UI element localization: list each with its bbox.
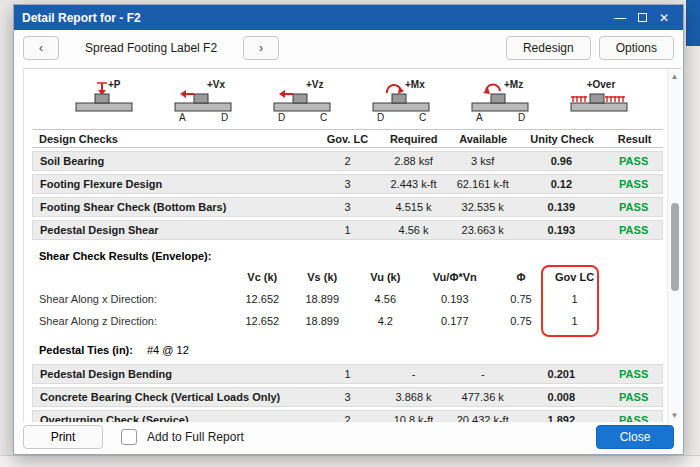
scrollbar-track[interactable] [668,83,681,408]
add-to-report-checkbox[interactable] [121,429,137,445]
scroll-down-icon[interactable]: ▼ [671,408,679,422]
report-panel: +P +Vx A D [23,68,681,422]
gov-lc: 1 [316,368,379,380]
close-icon: ✕ [659,11,669,25]
phi-value: 0.75 [493,293,550,305]
column-header: Vc (k) [234,271,291,283]
close-button-titlebar[interactable]: ✕ [653,9,675,27]
diagram-moment-x: +Mx D C [359,79,447,123]
vs-value: 18.899 [291,315,354,327]
vertical-scrollbar[interactable]: ▲ ▼ [667,69,681,422]
available-value: - [448,368,517,380]
shear-results-table: Vc (k) Vs (k) Vu (k) Vu/Φ*Vn Φ Gov LC Sh… [32,266,663,334]
background-window-bottom [0,455,700,467]
check-name: Footing Shear Check (Bottom Bars) [33,201,316,213]
required-value: 4.515 k [379,201,448,213]
scroll-up-icon[interactable]: ▲ [671,69,679,83]
footing-label: Spread Footing Label F2 [85,41,217,55]
diagram-label: +Over [557,79,645,90]
diagram-label: +Vx [207,79,225,90]
column-header: Unity Check [518,133,606,145]
options-button[interactable]: Options [599,36,674,60]
shear-row-label: Shear Along x Direction: [32,293,234,305]
diagram-shear-z: +Vz D C [260,79,348,123]
scrollbar-thumb[interactable] [671,203,679,291]
maximize-icon [638,13,647,22]
diagram-label: +Mx [405,79,425,90]
unity-check-value: 0.139 [517,201,605,213]
ratio-value: 0.177 [417,315,493,327]
vu-value: 4.56 [354,293,417,305]
column-header: Design Checks [32,133,316,145]
result-cell: PASS [605,155,662,167]
available-value: 3 ksf [448,155,517,167]
column-header: Available [448,133,517,145]
column-header: Gov LC [549,271,599,283]
table-row: Footing Shear Check (Bottom Bars) 3 4.51… [32,197,663,217]
redesign-button[interactable]: Redesign [506,36,591,60]
shear-row-x: Shear Along x Direction: 12.652 18.899 4… [32,288,663,310]
gov-lc-value: 1 [549,315,599,327]
maximize-button[interactable] [631,9,653,27]
background-window-titlebar [686,0,700,46]
diagram-moment-z: +Mz A D [458,79,546,123]
detail-report-dialog: Detail Report for - F2 — ✕ ‹ Spread Foot… [13,4,684,455]
chevron-right-icon: › [259,41,263,55]
report-content: +P +Vx A D [24,69,667,422]
available-value: 20.432 k-ft [448,414,517,422]
shear-row-label: Shear Along z Direction: [32,315,234,327]
check-name: Overturning Check (Service) [33,414,316,422]
available-value: 62.161 k-ft [448,178,517,190]
result-cell: PASS [605,414,662,422]
print-button[interactable]: Print [23,425,103,449]
gov-lc-value: 1 [549,293,599,305]
moment-x-icon [359,79,447,123]
previous-footing-button[interactable]: ‹ [23,36,59,60]
diagram-overturning: +Over [557,79,645,123]
result-cell: PASS [605,224,662,236]
shear-row-z: Shear Along z Direction: 12.652 18.899 4… [32,310,663,332]
check-name: Soil Bearing [33,155,316,167]
result-cell: PASS [605,201,662,213]
moment-z-icon [458,79,546,123]
unity-check-value: 0.201 [517,368,605,380]
titlebar[interactable]: Detail Report for - F2 — ✕ [14,5,683,30]
available-value: 477.36 k [448,391,517,403]
result-cell: PASS [605,178,662,190]
table-row: Pedestal Design Bending 1 - - 0.201 PASS [32,364,663,384]
column-header: Gov. LC [316,133,379,145]
check-name: Pedestal Design Shear [33,224,316,236]
column-header: Φ [493,271,550,283]
required-value: 4.56 k [379,224,448,236]
vc-value: 12.652 [234,315,291,327]
corner-letter-right: D [518,112,525,123]
corner-letter-right: C [419,112,426,123]
table-header-row: Design Checks Gov. LC Required Available… [32,129,663,148]
pedestal-ties-label: Pedestal Ties (in): [39,344,147,356]
required-value: 2.88 ksf [379,155,448,167]
toolbar: ‹ Spread Footing Label F2 › Redesign Opt… [14,30,683,66]
column-header: Required [379,133,448,145]
check-name: Pedestal Design Bending [33,368,316,380]
unity-check-value: 0.12 [517,178,605,190]
gov-lc: 2 [316,155,379,167]
corner-letter-right: D [221,112,228,123]
column-header: Vu (k) [354,271,417,283]
result-cell: PASS [605,368,662,380]
column-header: Result [606,133,663,145]
vu-value: 4.2 [354,315,417,327]
table-row: Footing Flexure Design 3 2.443 k-ft 62.1… [32,174,663,194]
corner-letter-right: C [320,112,327,123]
pedestal-ties-value: #4 @ 12 [147,344,189,356]
unity-check-value: 0.008 [517,391,605,403]
gov-lc: 3 [316,391,379,403]
close-button[interactable]: Close [596,425,674,449]
corner-letter-left: D [278,112,285,123]
next-footing-button[interactable]: › [243,36,279,60]
minimize-button[interactable]: — [609,9,631,27]
table-row: Concrete Bearing Check (Vertical Loads O… [32,387,663,407]
check-name: Footing Flexure Design [33,178,316,190]
unity-check-value: 0.193 [517,224,605,236]
table-row: Overturning Check (Service) 2 10.8 k-ft … [32,410,663,422]
unity-check-value: 0.96 [517,155,605,167]
